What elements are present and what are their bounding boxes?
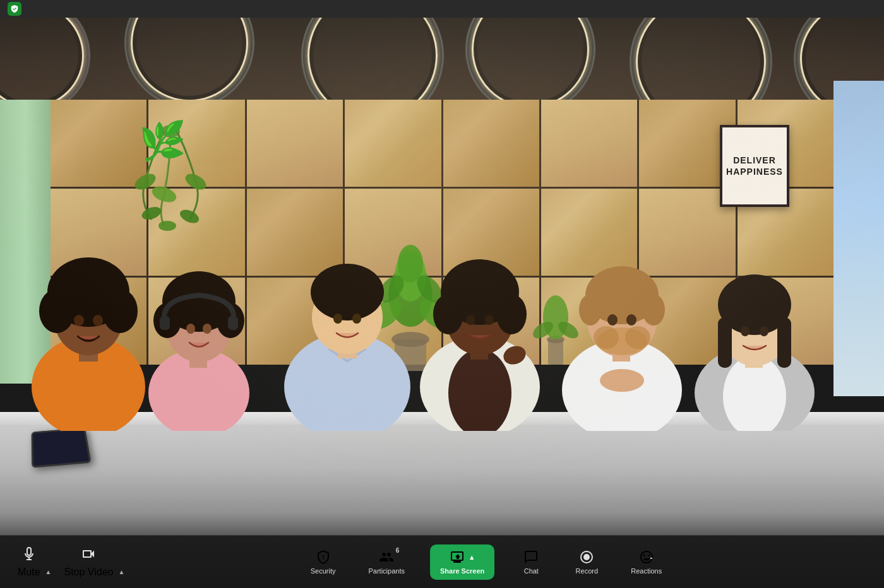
person-6: [682, 179, 827, 431]
record-icon-wrap: [579, 550, 594, 565]
stop-video-button-group: Stop Video ▲: [59, 543, 127, 582]
participants-icon-wrap: 6: [379, 550, 394, 565]
title-bar: [0, 0, 884, 18]
chat-button[interactable]: Chat: [512, 546, 550, 579]
mute-icon-wrap: [21, 546, 37, 564]
zoom-shield-icon: [8, 2, 21, 16]
svg-point-64: [594, 326, 619, 349]
participants-icon: [379, 550, 394, 565]
svg-point-65: [625, 326, 650, 349]
share-screen-icon-wrap: ▲: [450, 550, 475, 565]
security-shield-icon: [316, 550, 331, 565]
security-label: Security: [311, 567, 336, 575]
record-button[interactable]: Record: [568, 546, 606, 579]
share-screen-icon: [450, 550, 465, 565]
video-caret-icon: ▲: [118, 568, 124, 575]
svg-rect-74: [718, 317, 732, 368]
reactions-emoji-icon: [639, 550, 654, 565]
desk-tablet: [32, 428, 92, 468]
record-label: Record: [576, 567, 598, 575]
ring-light-4: [467, 18, 594, 112]
svg-point-77: [760, 326, 768, 336]
svg-point-27: [57, 270, 88, 302]
svg-point-39: [186, 324, 195, 334]
svg-point-62: [642, 294, 665, 326]
svg-point-53: [496, 294, 527, 334]
svg-point-52: [433, 294, 463, 334]
svg-rect-38: [228, 316, 238, 330]
reactions-label: Reactions: [631, 567, 662, 575]
mute-caret-icon: ▲: [45, 568, 52, 575]
mute-button-group: Mute ▲: [13, 543, 54, 582]
person-3: [272, 160, 423, 431]
share-screen-label: Share Screen: [440, 567, 484, 575]
chat-bubble-icon: [523, 550, 539, 565]
svg-point-46: [352, 314, 361, 324]
scene-background: DELIVER HAPPINESS: [0, 18, 884, 551]
svg-point-79: [583, 554, 590, 560]
participants-label: Participants: [369, 567, 405, 575]
svg-rect-75: [777, 317, 791, 368]
svg-point-29: [74, 315, 84, 326]
svg-point-76: [741, 326, 750, 336]
svg-point-0: [161, 125, 180, 138]
svg-point-68: [600, 369, 644, 392]
stop-video-label: Stop Video: [64, 567, 113, 578]
mute-button[interactable]: Mute: [13, 543, 45, 582]
reception-desk: [0, 412, 884, 551]
security-button[interactable]: Security: [303, 546, 343, 579]
participants-count: 6: [396, 547, 400, 554]
toolbar-left-controls: Mute ▲ Stop Video ▲: [13, 543, 152, 582]
person-5: [549, 166, 695, 431]
person-2: [136, 179, 262, 431]
security-icon-wrap: [316, 550, 331, 565]
participants-button[interactable]: 6 Participants: [361, 546, 412, 579]
stop-video-icon-wrap: [81, 546, 96, 564]
right-window: [833, 81, 884, 396]
record-circle-icon: [579, 550, 594, 565]
video-caret-button[interactable]: ▲: [118, 565, 127, 582]
svg-point-61: [579, 294, 602, 326]
chat-icon-wrap: [523, 550, 539, 565]
chat-label: Chat: [524, 567, 539, 575]
svg-point-44: [311, 264, 384, 320]
reactions-button[interactable]: Reactions: [623, 546, 669, 579]
share-screen-caret-icon: ▲: [469, 553, 475, 561]
reactions-icon-wrap: [639, 550, 654, 565]
mute-caret-button[interactable]: ▲: [45, 565, 54, 582]
svg-point-55: [485, 315, 494, 325]
ring-light-2: [126, 18, 253, 106]
svg-point-67: [626, 314, 636, 326]
share-screen-button[interactable]: ▲ Share Screen: [430, 544, 494, 580]
video-camera-icon: [81, 546, 96, 562]
svg-point-28: [88, 270, 120, 302]
mute-label: Mute: [18, 567, 40, 578]
ring-light-1: [0, 18, 88, 112]
svg-point-40: [203, 324, 212, 334]
svg-point-45: [333, 314, 342, 324]
svg-point-66: [607, 314, 618, 326]
toolbar-center-controls: Security 6 Participants ▲ Share Screen: [152, 544, 821, 580]
video-area: DELIVER HAPPINESS: [0, 18, 884, 551]
microphone-icon: [21, 546, 37, 562]
person-4: [407, 166, 552, 431]
svg-rect-37: [160, 316, 170, 330]
svg-point-30: [93, 315, 103, 326]
toolbar: Mute ▲ Stop Video ▲: [0, 535, 884, 588]
svg-point-54: [466, 315, 475, 325]
stop-video-button[interactable]: Stop Video: [59, 543, 118, 582]
